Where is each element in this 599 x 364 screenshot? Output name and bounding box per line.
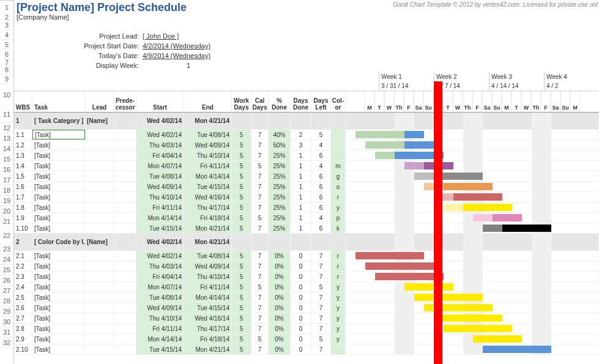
cell-days-left[interactable]: 5 <box>311 130 331 139</box>
cell-end[interactable]: Fri 4/11/14 <box>184 161 232 171</box>
cell-color[interactable]: y <box>331 292 346 302</box>
cell-predecessor[interactable] <box>114 324 136 333</box>
cell-work-days[interactable]: 5 <box>232 261 251 271</box>
cell-start[interactable]: Mon 4/07/14 <box>136 282 184 292</box>
row-number[interactable]: 22 <box>0 227 13 244</box>
cell-days-left[interactable]: 6 <box>311 182 331 191</box>
cell-pct-done[interactable]: 0% <box>269 292 291 302</box>
cell-wbs[interactable]: 1.2 <box>14 140 32 150</box>
cell-days-left[interactable] <box>311 234 331 250</box>
row-number[interactable]: 25 <box>0 265 13 275</box>
cell-predecessor[interactable] <box>114 261 136 271</box>
cell-predecessor[interactable] <box>114 313 136 323</box>
cell-predecessor[interactable] <box>114 113 136 129</box>
cell-color[interactable] <box>331 130 346 139</box>
cell-work-days[interactable]: 5 <box>232 140 251 150</box>
cell-cal-days[interactable]: 5 <box>251 282 269 292</box>
cell-end[interactable]: Thu 4/10/14 <box>184 150 232 160</box>
cell-cal-days[interactable] <box>251 113 269 129</box>
cell-days-done[interactable]: 0 <box>291 313 311 323</box>
cell-task[interactable]: [Task] <box>32 344 85 354</box>
cell-work-days[interactable] <box>232 113 251 129</box>
cell-work-days[interactable]: 5 <box>232 161 251 171</box>
cell-pct-done[interactable]: 25% <box>269 171 291 181</box>
row-number[interactable]: 19 <box>0 196 13 206</box>
task-row[interactable]: 2.7[Task]Thu 4/10/14Wed 4/16/14570%07y <box>14 313 599 324</box>
cell-task[interactable]: [Task] <box>32 292 85 302</box>
cell-color[interactable] <box>331 150 346 160</box>
cell-color[interactable] <box>331 140 346 150</box>
cell-days-left[interactable]: 7 <box>311 324 331 333</box>
cell-days-done[interactable] <box>291 113 311 129</box>
cell-lead[interactable] <box>85 130 114 139</box>
cell-predecessor[interactable] <box>114 182 136 191</box>
cell-cal-days[interactable]: 7 <box>251 223 269 233</box>
cell-start[interactable]: Fri 4/11/14 <box>136 202 184 212</box>
cell-days-done[interactable]: 1 <box>291 161 311 171</box>
task-row[interactable]: 1.1[Task]Wed 4/02/14Tue 4/08/145740%25 <box>14 130 599 140</box>
cell-wbs[interactable]: 2.4 <box>14 282 32 292</box>
col-start[interactable]: Start <box>136 91 184 112</box>
cell-predecessor[interactable] <box>114 282 136 292</box>
cell-pct-done[interactable]: 25% <box>269 213 291 223</box>
cell-color[interactable]: y <box>331 303 346 313</box>
cell-task[interactable]: [Task] <box>32 313 85 323</box>
cell-wbs[interactable]: 1.4 <box>14 161 32 171</box>
cell-end[interactable]: Thu 4/17/14 <box>184 202 232 212</box>
cell-predecessor[interactable] <box>114 292 136 302</box>
task-row[interactable]: 2.9[Task]Mon 4/14/14Fri 4/18/14550%05y <box>14 334 599 344</box>
cell-start[interactable]: Fri 4/04/14 <box>136 150 184 160</box>
cell-color[interactable]: y <box>331 313 346 323</box>
cell-color[interactable]: y <box>331 334 346 344</box>
cell-work-days[interactable]: 5 <box>232 223 251 233</box>
cell-color[interactable]: p <box>331 213 346 223</box>
cell-lead[interactable] <box>85 150 114 160</box>
cell-task[interactable]: [Task] <box>32 282 85 292</box>
cell-pct-done[interactable]: 25% <box>269 223 291 233</box>
cell-predecessor[interactable] <box>114 213 136 223</box>
cell-color[interactable]: r <box>331 272 346 281</box>
cell-pct-done[interactable]: 25% <box>269 202 291 212</box>
cell-days-done[interactable]: 1 <box>291 223 311 233</box>
cell-start[interactable]: Mon 4/14/14 <box>136 213 184 223</box>
cell-end[interactable]: Tue 4/15/14 <box>184 303 232 313</box>
cell-color[interactable]: y <box>331 282 346 292</box>
cell-cal-days[interactable]: 7 <box>251 303 269 313</box>
cell-predecessor[interactable] <box>114 171 136 181</box>
cell-pct-done[interactable]: 0% <box>269 344 291 354</box>
cell-predecessor[interactable] <box>114 223 136 233</box>
cell-start[interactable]: Wed 4/09/14 <box>136 303 184 313</box>
cell-lead[interactable] <box>85 261 114 271</box>
cell-end[interactable]: Fri 4/18/14 <box>184 213 232 223</box>
row-number[interactable]: 15 <box>0 154 13 165</box>
cell-pct-done[interactable]: 0% <box>269 251 291 261</box>
row-number[interactable]: 16 <box>0 165 13 175</box>
cell-predecessor[interactable] <box>114 202 136 212</box>
cell-days-done[interactable]: 0 <box>291 282 311 292</box>
cell-wbs[interactable]: 2 <box>14 234 32 250</box>
cell-lead[interactable] <box>85 282 114 292</box>
col-cal-days[interactable]: Cal Days <box>251 91 269 112</box>
cell-days-done[interactable]: 1 <box>291 150 311 160</box>
cell-end[interactable]: Fri 4/11/14 <box>184 282 232 292</box>
task-row[interactable]: 1.9[Task]Mon 4/14/14Fri 4/18/145525%14p <box>14 213 599 223</box>
cell-wbs[interactable]: 2.1 <box>14 251 32 261</box>
cell-task[interactable]: [Task] <box>32 140 85 150</box>
cell-wbs[interactable]: 1 <box>14 113 32 129</box>
cell-task[interactable]: [Task] <box>32 223 85 233</box>
cell-work-days[interactable]: 5 <box>232 150 251 160</box>
task-row[interactable]: 1.7[Task]Thu 4/10/14Wed 4/16/145725%16r <box>14 192 599 202</box>
cell-start[interactable]: Fri 4/11/14 <box>136 324 184 333</box>
cell-days-done[interactable] <box>291 234 311 250</box>
task-row[interactable]: 1.5[Task]Tue 4/08/14Mon 4/14/145725%16g <box>14 171 599 182</box>
cell-lead[interactable]: [Name] <box>85 113 114 129</box>
cell-lead[interactable] <box>85 182 114 191</box>
cell-end[interactable]: Wed 4/09/14 <box>184 140 232 150</box>
task-row[interactable]: 2.5[Task]Tue 4/08/14Mon 4/14/14570%07y <box>14 292 599 303</box>
cell-days-left[interactable]: 7 <box>311 272 331 281</box>
lead-value[interactable]: [ John Doe ] <box>143 32 234 40</box>
cell-days-done[interactable]: 0 <box>291 303 311 313</box>
cell-color[interactable]: k <box>331 223 346 233</box>
cell-end[interactable]: Mon 4/21/14 <box>184 234 232 250</box>
cell-lead[interactable] <box>85 334 114 344</box>
